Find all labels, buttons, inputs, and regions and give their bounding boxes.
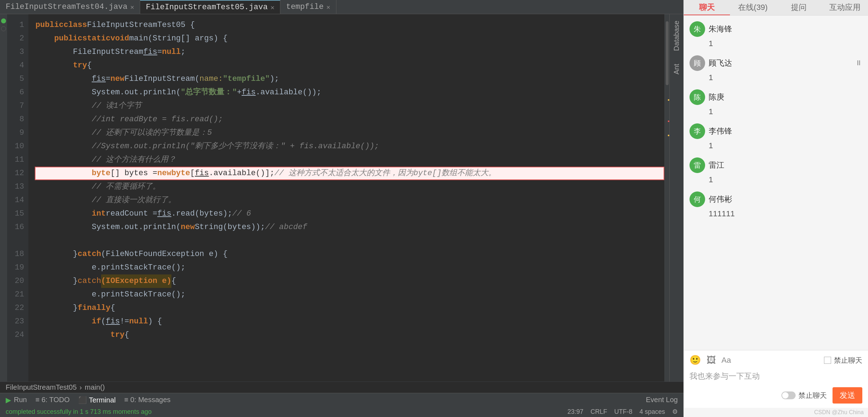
chat-input-area: 🙂 🖼 Aa 禁止聊天 我也来参与一下互动 禁止聊天 发送 [684,350,868,408]
run-gutter [0,14,7,382]
cursor-position: 23:97 [567,408,583,416]
tab-file2-label: FileInputStreamTest05.java [146,3,268,12]
code-line-10: //System.out.println("剩下多少个字节没有读：" + fis… [35,140,664,153]
tab-file2-close[interactable]: ✕ [270,4,274,11]
settings-icon[interactable]: ⚙ [672,408,678,416]
tab-todo[interactable]: ≡ 6: TODO [35,396,70,404]
run-dot-1[interactable] [1,18,6,23]
pause-icon: ⏸ [855,59,862,67]
user-header-leijiang: 雷 雷江 [690,157,862,173]
font-icon[interactable]: Aa [721,356,731,365]
code-line-6: System.out.println("总字节数量：" + fis.availa… [35,86,664,99]
code-line-21: e.printStackTrace(); [35,288,664,301]
chat-user-zhuhaifeng: 朱 朱海锋 1 [690,21,862,48]
chat-count-leijiang: 1 [690,175,862,184]
username-leijiang: 雷江 [709,160,724,171]
image-icon[interactable]: 🖼 [707,355,716,366]
chat-panel: 聊天 在线(39) 提问 互动应用 朱 朱海锋 1 顾 顾飞达 ⏸ 1 [683,0,868,417]
avatar-heweibin: 何 [690,191,705,207]
user-header-liweifeng: 李 李伟锋 [690,123,862,139]
mute-label: 禁止聊天 [834,356,862,365]
tab-file2[interactable]: FileInputStreamTest05.java ✕ [140,0,280,14]
code-line-1: public class FileInputStreamTest05 { [35,18,664,32]
chat-toolbar: 🙂 🖼 Aa 禁止聊天 [690,355,862,366]
code-line-2: public static void main(String[] args) { [35,32,664,45]
ant-icon[interactable]: Ant [671,61,682,77]
run-dot-2[interactable] [1,26,6,31]
tab-tempfile-close[interactable]: ✕ [326,3,330,11]
user-header-gufeida: 顾 顾飞达 ⏸ [690,55,862,71]
avatar-liweifeng: 李 [690,123,705,139]
code-line-17 [35,234,664,248]
code-line-8: //int readByte = fis.read(); [35,113,664,126]
code-line-22: } finally { [35,301,664,315]
editor-panel: FileInputStreamTest04.java ✕ FileInputSt… [0,0,683,417]
avatar-gufeida: 顾 [690,55,705,71]
code-line-4: try { [35,59,664,72]
database-icon[interactable]: Database [671,18,682,54]
side-icons-panel: Database Ant [669,14,683,382]
tab-file1-close[interactable]: ✕ [130,3,134,11]
avatar-chengeng: 陈 [690,89,705,105]
tab-tempfile[interactable]: tempfile ✕ [280,0,336,14]
editor-body: 1 2 3 4 5 6 7 8 9 10 11 12 13 14 15 16 1… [0,14,683,382]
chat-user-leijiang: 雷 雷江 1 [690,157,862,184]
tab-tempfile-label: tempfile [286,2,324,11]
charset: UTF-8 [614,408,632,416]
scrollbar[interactable] [664,14,669,382]
tab-run[interactable]: ▶ Run [6,396,27,404]
status-text: completed successfully in 1 s 713 ms mom… [6,408,152,416]
mute-option: 禁止聊天 [824,356,862,365]
username-gufeida: 顾飞达 [709,58,732,68]
chat-count-liweifeng: 1 [690,141,862,150]
username-zhuhaifeng: 朱海锋 [709,24,732,34]
line-numbers: 1 2 3 4 5 6 7 8 9 10 11 12 13 14 15 16 1… [7,14,28,382]
emoji-icon[interactable]: 🙂 [690,355,701,366]
tab-messages[interactable]: ≡ 0: Messages [124,396,171,404]
username-liweifeng: 李伟锋 [709,126,732,137]
breadcrumb-separator: › [79,383,82,391]
chat-send-area: 禁止聊天 发送 [690,387,862,404]
user-header-heweibin: 何 何伟彬 [690,191,862,207]
breadcrumb-class: FileInputStreamTest05 [6,383,77,391]
mute-toggle-label: 禁止聊天 [798,391,827,400]
chat-user-liweifeng: 李 李伟锋 1 [690,123,862,150]
chat-tabs: 聊天 在线(39) 提问 互动应用 [684,0,868,16]
send-button[interactable]: 发送 [833,387,862,404]
code-line-11: // 这个方法有什么用？ [35,153,664,167]
tab-file1-label: FileInputStreamTest04.java [6,2,127,11]
tab-file1[interactable]: FileInputStreamTest04.java ✕ [0,0,140,14]
code-content[interactable]: public class FileInputStreamTest05 { pub… [28,14,664,382]
code-line-23: if (fis != null) { [35,315,664,328]
chat-tab-livetalk[interactable]: 聊天 [684,0,730,15]
tab-event-log[interactable]: Event Log [646,396,678,404]
chat-count-zhuhaifeng: 1 [690,39,862,48]
breadcrumb-method: main() [85,383,105,391]
chat-user-chengeng: 陈 陈庚 1 [690,89,862,116]
chat-input[interactable]: 我也来参与一下互动 [690,369,862,383]
watermark: CSDN @Zhu China [684,408,868,417]
user-header-zhuhaifeng: 朱 朱海锋 [690,21,862,37]
username-heweibin: 何伟彬 [709,194,732,205]
checkbox-mute[interactable] [824,357,831,364]
line-ending: CRLF [590,408,607,416]
code-line-15: int readCount = fis.read(bytes); // 6 [35,207,664,221]
tab-terminal[interactable]: ⬛ Terminal [78,396,116,404]
avatar-leijiang: 雷 [690,157,705,173]
chat-tab-online[interactable]: 在线(39) [730,0,776,15]
chat-count-gufeida: 1 [690,73,862,82]
avatar-zhuhaifeng: 朱 [690,21,705,37]
chat-messages: 朱 朱海锋 1 顾 顾飞达 ⏸ 1 陈 陈庚 1 李 李伟锋 [684,16,868,350]
chat-tab-interact[interactable]: 互动应用 [822,0,868,15]
code-line-18: } catch (FileNotFoundException e) { [35,248,664,261]
code-line-3: FileInputStream fis = null; [35,45,664,59]
code-line-9: // 还剩下可以读的字节数量是：5 [35,126,664,140]
chat-count-chengeng: 1 [690,107,862,116]
mute-toggle-switch[interactable] [781,391,796,399]
chat-tab-ask[interactable]: 提问 [776,0,822,15]
breadcrumb: FileInputStreamTest05 › main() [0,382,683,393]
code-line-19: e.printStackTrace(); [35,261,664,274]
status-bar: completed successfully in 1 s 713 ms mom… [0,406,683,417]
bottom-bar: ▶ Run ≡ 6: TODO ⬛ Terminal ≡ 0: Messages… [0,393,683,406]
code-line-12: byte[] bytes = new byte[fis.available()]… [35,167,664,180]
